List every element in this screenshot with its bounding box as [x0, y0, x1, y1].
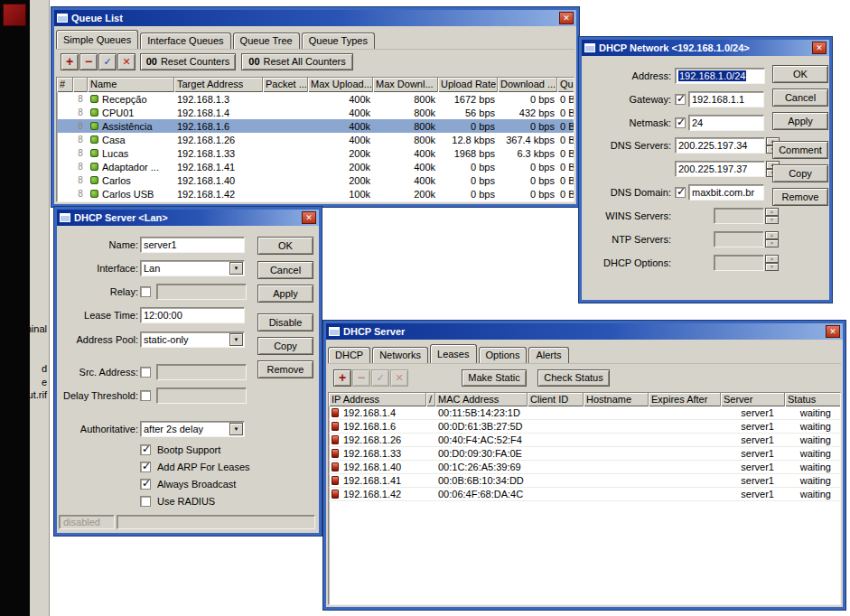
chevron-down-icon[interactable]: ▼ [229, 333, 243, 346]
ok-button[interactable]: OK [772, 65, 828, 83]
dns-domain-input[interactable]: maxbit.com.br [688, 184, 764, 201]
column-header-download-rate[interactable]: Download ... [498, 78, 557, 92]
option-checkbox[interactable] [140, 462, 151, 472]
apply-button[interactable]: Apply [772, 112, 828, 130]
address-input[interactable]: 192.168.1.0/24 [675, 68, 765, 84]
option-checkbox[interactable] [140, 444, 151, 455]
disable-button[interactable]: ✕ [117, 53, 135, 70]
queue-row[interactable]: 8 Recepção 192.168.1.3 400k 800k 1672 bp… [57, 92, 574, 106]
queue-row[interactable]: 8 Assistência 192.168.1.6 400k 800k 0 bp… [57, 119, 574, 133]
name-input[interactable]: server1 [140, 237, 245, 253]
queue-row[interactable]: 8 Adaptador ... 192.168.1.41 200k 400k 0… [57, 160, 574, 173]
dhcp-server-titlebar[interactable]: DHCP Server ✕ [326, 323, 843, 340]
sidebar-item-fragment[interactable]: d [42, 363, 47, 374]
lease-row[interactable]: 192.168.1.26 00:40:F4:AC:52:F4 server1 w… [329, 434, 840, 447]
dns-domain-checkbox[interactable] [675, 187, 686, 198]
lease-row[interactable]: 192.168.1.33 00:D0:09:30:FA:0E server1 w… [329, 447, 840, 461]
remove-button[interactable]: Remove [257, 360, 313, 378]
address-pool-select[interactable]: static-only▼ [140, 331, 245, 348]
queue-row[interactable]: 8 CPU01 192.168.1.4 400k 800k 56 bps 432… [57, 106, 574, 119]
reset-all-counters-button[interactable]: 00Reset All Counters [241, 53, 353, 70]
src-address-checkbox[interactable] [140, 367, 151, 378]
lease-row[interactable]: 192.168.1.42 00:06:4F:68:DA:4C server1 w… [329, 488, 840, 501]
tab[interactable]: Alerts [528, 347, 568, 363]
cancel-button[interactable]: Cancel [257, 261, 313, 279]
cancel-button[interactable]: Cancel [772, 89, 828, 107]
ok-button[interactable]: OK [257, 237, 313, 255]
sidebar-item-fragment[interactable]: e [42, 377, 47, 387]
copy-button[interactable]: Copy [772, 164, 828, 182]
add-button[interactable]: + [333, 369, 351, 387]
column-header-packet[interactable]: Packet ... [263, 78, 308, 92]
column-header-hostname[interactable]: Hostname [584, 393, 649, 406]
dhcp-server-lan-titlebar[interactable]: DHCP Server <Lan> ✕ [57, 210, 319, 226]
add-button[interactable]: + [61, 53, 79, 70]
remove-button[interactable]: − [79, 53, 98, 70]
close-icon[interactable]: ✕ [826, 325, 840, 338]
make-static-button[interactable]: Make Static [462, 369, 527, 387]
tab[interactable]: Interface Queues [140, 33, 230, 49]
queue-row[interactable]: 8 Carlos USB 192.168.1.42 100k 200k 0 bp… [57, 187, 574, 201]
gateway-input[interactable]: 192.168.1.1 [688, 91, 764, 107]
column-header-mac[interactable]: MAC Address [435, 393, 528, 406]
tab[interactable]: Queue Tree [233, 33, 300, 49]
column-header-max-download[interactable]: Max Downl... [373, 78, 438, 92]
sidebar-item-fragment[interactable]: pout.rif [30, 389, 47, 400]
column-header-ip[interactable]: IP Address [329, 393, 426, 406]
queue-row[interactable]: 8 Casa 192.168.1.26 400k 800k 12.8 kbps … [57, 133, 574, 146]
dns-server-1-input[interactable]: 200.225.197.34 [675, 137, 765, 154]
dhcp-network-titlebar[interactable]: DHCP Network <192.168.1.0/24> ✕ [582, 40, 829, 56]
column-header-client-id[interactable]: Client ID [528, 393, 584, 406]
relay-checkbox[interactable] [140, 286, 151, 297]
option-checkbox[interactable] [140, 479, 151, 490]
close-icon[interactable]: ✕ [302, 211, 316, 224]
lease-row[interactable]: 192.168.1.4 00:11:5B:14:23:1D server1 wa… [329, 406, 840, 420]
tab[interactable]: Queue Types [302, 33, 375, 49]
column-header-handle[interactable] [73, 78, 88, 92]
lease-time-input[interactable]: 12:00:00 [140, 307, 245, 323]
sidebar-item-fragment[interactable]: minal [30, 323, 47, 334]
close-icon[interactable]: ✕ [812, 42, 827, 54]
tab[interactable]: Simple Queues [56, 30, 138, 49]
enable-button[interactable]: ✓ [98, 53, 117, 70]
lease-row[interactable]: 192.168.1.6 00:0D:61:3B:27:5D server1 wa… [329, 420, 840, 434]
tab[interactable]: DHCP [328, 347, 370, 363]
copy-button[interactable]: Copy [257, 337, 313, 355]
disable-button[interactable]: Disable [257, 313, 313, 331]
column-header-expires[interactable]: Expires After [649, 393, 721, 406]
chevron-down-icon[interactable]: ▼ [229, 423, 243, 435]
reset-counters-button[interactable]: 00Reset Counters [140, 53, 236, 70]
netmask-input[interactable]: 24 [688, 115, 764, 131]
column-header-max-upload[interactable]: Max Upload... [308, 78, 373, 92]
delay-threshold-checkbox[interactable] [140, 390, 151, 401]
queue-row[interactable]: 8 Carlos 192.168.1.40 200k 400k 0 bps 0 … [57, 173, 574, 187]
column-header-number[interactable]: # [57, 78, 73, 92]
tab[interactable]: Options [479, 347, 528, 363]
column-header-upload-rate[interactable]: Upload Rate [438, 78, 498, 92]
comment-button[interactable]: Comment [772, 141, 828, 159]
authoritative-select[interactable]: after 2s delay▼ [140, 421, 245, 437]
lease-row[interactable]: 192.168.1.41 00:0B:6B:10:34:DD server1 w… [329, 474, 840, 488]
column-header-name[interactable]: Name [88, 78, 174, 92]
gateway-checkbox[interactable] [675, 94, 686, 105]
dns-server-2-input[interactable]: 200.225.197.37 [675, 161, 765, 177]
column-header-queued[interactable]: Qu... [557, 78, 574, 92]
queue-list-titlebar[interactable]: Queue List ✕ [54, 10, 576, 26]
close-icon[interactable]: ✕ [559, 12, 574, 24]
column-header-server[interactable]: Server [721, 393, 785, 406]
apply-button[interactable]: Apply [257, 285, 313, 303]
tab[interactable]: Leases [430, 344, 476, 363]
remove-button[interactable]: Remove [772, 188, 828, 206]
queue-row[interactable]: 8 Lucas 192.168.1.33 200k 400k 1968 bps … [57, 146, 574, 160]
column-header-slash[interactable]: / [426, 393, 435, 406]
netmask-checkbox[interactable] [675, 117, 686, 128]
lease-row[interactable]: 192.168.1.40 00:1C:26:A5:39:69 server1 w… [329, 461, 840, 474]
tab[interactable]: Networks [372, 347, 428, 363]
chevron-down-icon[interactable]: ▼ [229, 262, 243, 275]
option-checkbox[interactable] [140, 496, 151, 507]
row-handle-cell: 8 [73, 173, 88, 187]
column-header-status[interactable]: Status [785, 393, 841, 406]
column-header-target[interactable]: Target Address [174, 78, 263, 92]
interface-select[interactable]: Lan▼ [140, 260, 245, 276]
check-status-button[interactable]: Check Status [537, 369, 610, 387]
